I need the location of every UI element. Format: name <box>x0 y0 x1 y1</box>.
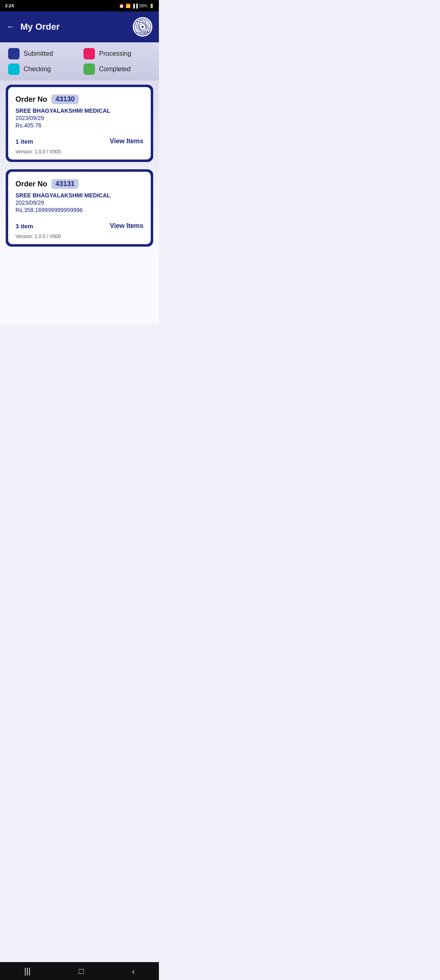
completed-dot <box>84 63 95 75</box>
alarm-icon: ⏰ <box>119 4 124 8</box>
legend: Submitted Processing Checking Completed <box>0 42 159 81</box>
order-shop-1: SREE BHAGYALAKSHMI MEDICAL <box>15 107 143 114</box>
page-title: My Order <box>20 22 128 32</box>
battery-icon: 🔋 <box>149 4 154 8</box>
order-version-1: Version: 1.0.0 / V000 <box>15 149 143 155</box>
legend-submitted: Submitted <box>8 48 75 59</box>
order-card-inner-1: Order No 43130 SREE BHAGYALAKSHMI MEDICA… <box>8 87 151 160</box>
order-version-2: Version: 1.0.0 / V000 <box>15 234 143 239</box>
item-count-1: 1 item <box>15 138 33 145</box>
header: ← My Order MEDICAL DISTRIBUTING <box>0 11 159 42</box>
view-items-button-2[interactable]: View Items <box>110 222 143 230</box>
status-time: 3:24 <box>5 3 14 8</box>
order-shop-2: SREE BHAGYALAKSHMI MEDICAL <box>15 192 143 199</box>
checking-label: Checking <box>24 66 51 73</box>
view-items-button-1[interactable]: View Items <box>110 138 143 145</box>
order-date-2: 2023/09/29 <box>15 199 143 206</box>
order-date-1: 2023/09/29 <box>15 115 143 121</box>
orders-container: Order No 43130 SREE BHAGYALAKSHMI MEDICA… <box>0 81 159 325</box>
submitted-dot <box>8 48 20 59</box>
svg-text:MEDICAL DISTRIBUTING: MEDICAL DISTRIBUTING <box>136 32 150 34</box>
order-amount-1: Rs.405.76 <box>15 122 143 129</box>
order-footer-2: 3 item View Items <box>15 219 143 230</box>
processing-dot <box>84 48 95 59</box>
order-card-2: Order No 43131 SREE BHAGYALAKSHMI MEDICA… <box>6 169 153 247</box>
order-amount-2: Rs.358.169999999999996 <box>15 207 143 213</box>
battery-text: 50% <box>139 4 147 8</box>
submitted-label: Submitted <box>24 50 53 57</box>
completed-label: Completed <box>99 66 130 73</box>
order-number-row-2: Order No 43131 <box>15 179 143 189</box>
legend-processing: Processing <box>84 48 151 59</box>
status-right: ⏰ 📶 ▐▐ 50% 🔋 <box>119 4 154 8</box>
back-button[interactable]: ← <box>7 22 15 32</box>
legend-completed: Completed <box>84 63 151 75</box>
item-count-2: 3 item <box>15 223 33 230</box>
logo: MEDICAL DISTRIBUTING <box>133 17 152 37</box>
checking-dot <box>8 63 20 75</box>
processing-label: Processing <box>99 50 131 57</box>
order-number-badge-2: 43131 <box>51 179 79 189</box>
order-label-2: Order No <box>15 180 47 188</box>
signal-icon: ▐▐ <box>132 4 138 8</box>
order-footer-1: 1 item View Items <box>15 134 143 145</box>
order-number-badge-1: 43130 <box>51 94 79 104</box>
status-bar: 3:24 ⏰ 📶 ▐▐ 50% 🔋 <box>0 0 159 11</box>
order-number-row-1: Order No 43130 <box>15 94 143 104</box>
legend-checking: Checking <box>8 63 75 75</box>
order-card-1: Order No 43130 SREE BHAGYALAKSHMI MEDICA… <box>6 85 153 162</box>
svg-point-7 <box>141 26 143 28</box>
order-card-inner-2: Order No 43131 SREE BHAGYALAKSHMI MEDICA… <box>8 172 151 244</box>
logo-svg: MEDICAL DISTRIBUTING <box>134 18 151 35</box>
wifi-icon: 📶 <box>125 4 130 8</box>
order-label-1: Order No <box>15 95 47 104</box>
